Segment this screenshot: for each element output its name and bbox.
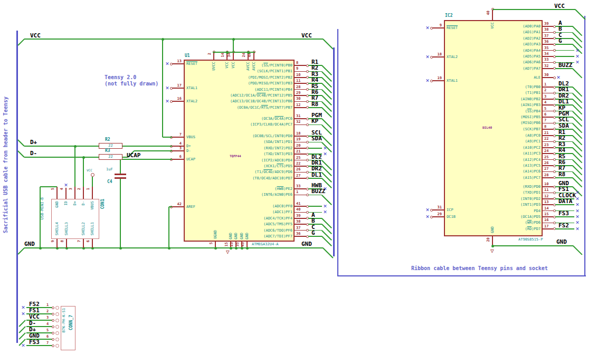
wire-bend (323, 247, 333, 258)
pin-name: (OC0B/SCL/INT0)PD0 (216, 133, 292, 139)
net-label: UCAP (127, 152, 141, 159)
conn7-value: B7K-PH-K-S1 (62, 308, 66, 332)
pin-stub (172, 88, 184, 89)
junction-dot (235, 247, 238, 250)
no-connect-icon: ✕ (425, 78, 430, 83)
pin-name: (HWB)PE2 (216, 186, 292, 191)
wire-bend (17, 139, 24, 146)
pin-name: (AD6)PA6 (478, 60, 541, 65)
pin-name: XTAL1 (186, 85, 197, 91)
pin-stub (492, 9, 493, 20)
pin-name: SHELL4 (54, 222, 60, 235)
pin-stub (172, 150, 184, 151)
no-connect-icon: ✕ (575, 214, 580, 219)
wire-segment (555, 26, 573, 27)
pin-name: (SDA/INT1)PD1 (216, 139, 292, 145)
pin-name: D+ (72, 201, 78, 205)
pin-end-circle (430, 216, 433, 218)
net-label: G (311, 230, 315, 236)
junction-dot (214, 247, 217, 250)
pin-name: (RD)PD7 (478, 226, 541, 232)
no-connect-icon: ✕ (425, 25, 430, 31)
wire-bend (572, 177, 582, 187)
net-label: DL1 (311, 172, 322, 178)
usb-value: USB-MINI-B (40, 197, 44, 219)
pin-name: SHELL3 (64, 222, 69, 235)
ic2-value: AT90S8515-P (518, 237, 543, 242)
wire-bend (321, 218, 331, 228)
net-label: GND (301, 241, 312, 247)
pin-name: ALE (478, 75, 541, 80)
pin-name: (ADC11/PCINT4)PB4 (216, 87, 292, 92)
pin-name: (T0/OC4D/ADC10)PD7 (216, 176, 292, 181)
pin-name: (ADC0)PF0 (216, 204, 292, 209)
pin-name: (RXD/INT2)PD2 (216, 146, 292, 151)
net-label: BUZZ (311, 188, 326, 195)
pin-end-circle (52, 332, 54, 334)
pin-name: (INT1)PD3 (478, 202, 541, 207)
junction-dot (247, 51, 250, 54)
pin-name: (MISO)PB6 (478, 120, 541, 126)
gnd-arrow-icon: ▽ (226, 249, 230, 255)
net-label: GND (24, 241, 35, 247)
pin-stub (295, 224, 306, 225)
no-connect-icon: ✕ (165, 99, 170, 104)
pin-name: (T0)PB0 (478, 84, 541, 90)
wire-segment (24, 247, 323, 248)
pin-end-circle (52, 306, 54, 309)
pin-stub (295, 188, 306, 189)
pin-name: (AD0)PA0 (478, 24, 541, 29)
ribbon-box-right (584, 16, 585, 276)
pin-stub (295, 148, 306, 149)
pin-name: (OC0A/OC1C/RTS/PCINT7)PB7 (216, 105, 292, 110)
pin-number: 3 (69, 188, 73, 190)
u1-value: ATMEGA32U4-A (252, 242, 279, 246)
pin-stub (295, 154, 306, 155)
pin-stub (543, 186, 553, 187)
pin-end-circle (52, 325, 54, 328)
pin-stub (65, 188, 67, 199)
pin-stub (213, 52, 214, 60)
pin-name: AVCC (245, 62, 251, 71)
pin-name: (A13)PC5 (478, 163, 541, 168)
pin-end-circle (430, 56, 433, 59)
junction-dot (168, 247, 170, 250)
junction-dot (241, 247, 243, 250)
wire-segment (308, 224, 322, 225)
junction-dot (226, 51, 229, 54)
pin-number: 5 (209, 242, 214, 244)
pin-stub (543, 62, 553, 63)
pin-name: (AD4)PA4 (478, 48, 541, 53)
wire-bend (575, 9, 585, 20)
gnd-arrow-icon: ▽ (490, 248, 494, 254)
pin-stub (543, 104, 553, 106)
pin-stub (295, 118, 306, 119)
pin-stub (543, 44, 553, 45)
r2-value: 22 (99, 143, 122, 148)
pin-name: GND (228, 233, 233, 240)
pin-stub (543, 38, 553, 39)
wire-segment (162, 39, 163, 137)
note-teensy-line2: (not fully drawn) (105, 81, 158, 87)
pin-stub (56, 187, 58, 199)
wire-segment (492, 245, 573, 246)
r2-reference: R2 (105, 137, 110, 142)
pin-name: ICP (447, 207, 453, 213)
pin-name: (TXD/INT3)PD3 (216, 151, 292, 157)
pin-name: (INT0)PD2 (478, 196, 541, 202)
pin-name: (ADC12/OC1A/OC4B/PCINT12)PB5 (216, 93, 292, 98)
pin-end-circle (52, 319, 54, 322)
pin-name: VBUS (90, 201, 95, 210)
net-label: DATA (558, 198, 573, 205)
pin-number: 5 (46, 328, 49, 333)
pin-name: (A14)PC6 (478, 169, 541, 174)
junction-dot (162, 38, 164, 41)
pin-name: (WR)PD6 (478, 220, 541, 225)
pin-stub (83, 187, 84, 199)
wire-bend (572, 99, 582, 109)
pin-stub (543, 193, 553, 194)
pin-number: 4 (60, 188, 64, 190)
pin-name: (OC3A/OC4A)PC6 (216, 116, 292, 121)
pin-name: (AIN1)PB3 (478, 102, 541, 108)
pin-name: VCC (231, 62, 236, 69)
